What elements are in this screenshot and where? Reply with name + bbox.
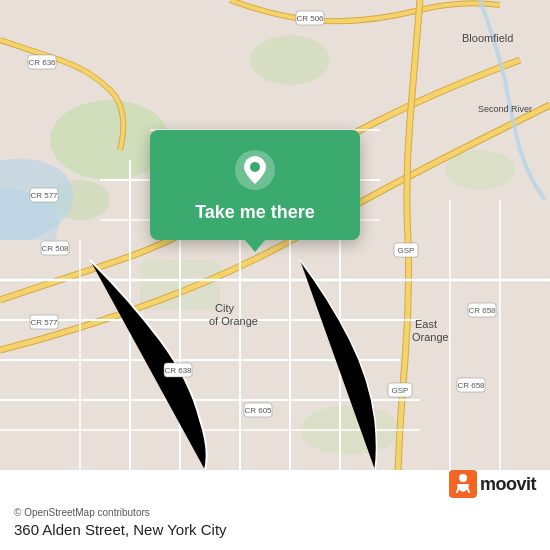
svg-text:Second River: Second River (478, 104, 532, 114)
moovit-logo: moovit (449, 470, 536, 498)
popup-card[interactable]: Take me there (150, 130, 360, 240)
svg-text:of Orange: of Orange (209, 315, 258, 327)
moovit-brand-text: moovit (480, 474, 536, 495)
moovit-icon (449, 470, 477, 498)
svg-text:City: City (215, 302, 234, 314)
svg-point-57 (459, 474, 467, 482)
svg-text:CR 658: CR 658 (457, 381, 485, 390)
bottom-bar: © OpenStreetMap contributors 360 Alden S… (0, 497, 550, 550)
svg-text:CR 577: CR 577 (30, 191, 58, 200)
svg-text:CR 577: CR 577 (30, 318, 58, 327)
svg-text:Bloomfield: Bloomfield (462, 32, 513, 44)
svg-point-3 (250, 35, 330, 85)
map-container: CR 506 CR 636 CR 577 CR 577 CR 508 CR 63… (0, 0, 550, 550)
svg-point-55 (250, 162, 260, 172)
svg-text:CR 508: CR 508 (41, 244, 69, 253)
map-attribution: © OpenStreetMap contributors (14, 507, 536, 518)
svg-text:CR 506: CR 506 (296, 14, 324, 23)
location-pin-icon (233, 148, 277, 192)
svg-text:Orange: Orange (412, 331, 449, 343)
take-me-there-button[interactable]: Take me there (195, 202, 315, 224)
svg-text:CR 605: CR 605 (244, 406, 272, 415)
svg-text:GSP: GSP (398, 246, 415, 255)
address-label: 360 Alden Street, New York City (14, 521, 536, 538)
svg-text:CR 638: CR 638 (164, 366, 192, 375)
svg-text:CR 658: CR 658 (468, 306, 496, 315)
svg-text:East: East (415, 318, 437, 330)
svg-text:GSP: GSP (392, 386, 409, 395)
svg-text:CR 636: CR 636 (28, 58, 56, 67)
